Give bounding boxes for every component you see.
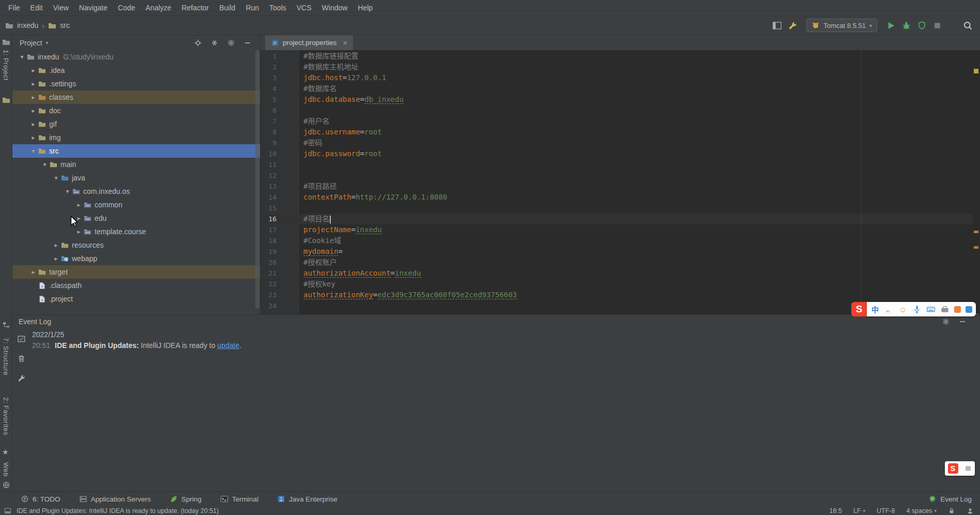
hector-inspections-icon[interactable] [967,507,974,514]
toolwindow-layout-icon[interactable] [772,21,782,31]
status-message[interactable]: IDE and Plugin Updates: IntelliJ IDEA is… [17,507,219,514]
tree-item-java[interactable]: ▾java [12,171,260,185]
stripe-structure-button[interactable]: 7: Structure [2,338,10,375]
encoding-select[interactable]: UTF-8 [877,507,895,514]
log-settings-wrench-icon[interactable] [17,374,26,383]
collapsed-arrow-icon[interactable]: ▸ [52,255,60,262]
collapse-all-icon[interactable] [210,39,219,47]
locate-file-icon[interactable] [194,39,202,47]
sogou-toolbox-icon[interactable] [940,305,950,314]
toolbar-button-6-todo[interactable]: 6: TODO [21,495,60,503]
menu-run[interactable]: Run [240,1,264,14]
tree-item-main[interactable]: ▾main [12,158,260,171]
web-globe-icon[interactable] [2,481,10,489]
event-log-title[interactable]: Event Log [19,317,51,326]
collapsed-arrow-icon[interactable]: ▸ [29,67,38,74]
event-log-settings-icon[interactable] [942,317,950,326]
project-tree-scrollbar[interactable] [255,50,259,309]
mark-all-read-icon[interactable] [17,335,26,343]
tree-item-target[interactable]: ▸target [12,265,260,279]
menu-analyze[interactable]: Analyze [141,1,177,14]
sogou-logo[interactable]: S [851,302,867,316]
tree-item-classes[interactable]: ▸classes [12,90,260,104]
collapsed-arrow-icon[interactable]: ▸ [29,94,38,101]
expanded-arrow-icon[interactable]: ▾ [18,53,26,60]
menu-build[interactable]: Build [214,1,240,14]
error-stripe-mark[interactable] [974,246,978,249]
toolbar-button-event-log[interactable]: Event Log [928,495,972,503]
error-stripe-mark[interactable] [974,69,978,73]
stop-button[interactable] [932,21,942,31]
sogou-mic-icon[interactable] [912,305,922,314]
stripe-project-button[interactable]: 1: Project [2,50,10,81]
tree-item-idea[interactable]: ▸.idea [12,64,260,77]
error-stripe-mark[interactable] [974,231,978,233]
toolbar-button-java-enterprise[interactable]: Java Enterprise [277,495,338,503]
sogou-punctuation-mode[interactable]: ，。 [884,305,894,314]
favorites-star-icon[interactable]: ★ [2,448,9,456]
sogou-keyboard-icon[interactable] [926,305,936,314]
settings-gear-icon[interactable] [227,39,235,47]
sogou-night-icon[interactable] [966,306,972,313]
tree-item-edu[interactable]: ▸edu [12,211,260,225]
close-tab-icon[interactable]: × [343,38,347,47]
tree-item-settings[interactable]: ▸.settings [12,77,260,90]
indent-select[interactable]: 4 spaces▾ [906,507,937,514]
readonly-lock-icon[interactable] [948,507,955,514]
menu-code[interactable]: Code [113,1,140,14]
menu-file[interactable]: File [3,1,25,14]
expanded-arrow-icon[interactable]: ▾ [40,161,49,168]
line-ending-select[interactable]: LF▾ [853,507,865,514]
error-stripe[interactable] [973,50,980,314]
editor[interactable]: 123456789101112131415161718192021222324 … [261,50,980,314]
sogou-language-mode[interactable]: 中 [870,305,880,314]
tree-item-common[interactable]: ▸common [12,198,260,211]
expanded-arrow-icon[interactable]: ▾ [63,188,72,195]
menu-view[interactable]: View [48,1,74,14]
clear-log-icon[interactable] [17,354,26,363]
run-button[interactable] [886,21,896,31]
debug-button[interactable] [901,21,911,31]
stripe-web-button[interactable]: Web [2,462,10,477]
coverage-button[interactable] [917,21,927,31]
tree-item-project[interactable]: .project [12,292,260,306]
menu-help[interactable]: Help [353,1,378,14]
search-everywhere-icon[interactable] [963,21,973,31]
tree-item-inxedu[interactable]: ▾inxeduG:\study\inxedu [12,50,260,64]
sogou-emoji-icon[interactable]: ☺ [898,305,908,314]
collapsed-arrow-icon[interactable]: ▸ [74,201,83,208]
tree-item-src[interactable]: ▾src [12,144,260,158]
toolbar-button-spring[interactable]: Spring [170,495,202,503]
menu-edit[interactable]: Edit [25,1,48,14]
menu-navigate[interactable]: Navigate [74,1,113,14]
project-stripe-icon[interactable] [2,38,10,47]
collapsed-arrow-icon[interactable]: ▸ [29,120,38,128]
expanded-arrow-icon[interactable]: ▾ [29,147,38,155]
breadcrumb-src[interactable]: src [48,21,70,29]
folder-stripe-icon[interactable] [2,96,10,104]
collapsed-arrow-icon[interactable]: ▸ [29,134,38,141]
build-wrench-icon[interactable] [788,21,798,31]
project-view-select[interactable]: Project ▾ [20,39,49,47]
sogou-logo[interactable]: S [948,463,958,474]
toolbar-button-application-servers[interactable]: Application Servers [79,495,151,503]
menu-window[interactable]: Window [317,1,353,14]
collapsed-arrow-icon[interactable]: ▸ [29,80,38,87]
tree-item-resources[interactable]: ▸resources [12,238,260,252]
run-configuration-select[interactable]: Tomcat 8.5.51 ▾ [806,19,877,32]
tree-item-doc[interactable]: ▸doc [12,104,260,117]
event-log-hide-icon[interactable] [958,317,967,326]
structure-stripe-icon[interactable] [2,321,10,329]
collapsed-arrow-icon[interactable]: ▸ [74,228,83,235]
tree-item-classpath[interactable]: .classpath [12,279,260,292]
tree-item-com-inxedu-os[interactable]: ▾com.inxedu.os [12,185,260,198]
menu-tools[interactable]: Tools [264,1,292,14]
collapsed-arrow-icon[interactable]: ▸ [29,268,38,276]
hide-toolwindow-icon[interactable] [243,39,252,47]
toolbar-button-terminal[interactable]: Terminal [220,495,258,503]
code-area[interactable]: #数据库链接配置#数据库主机地址jdbc.host=127.0.0.1#数据库名… [299,51,973,311]
breadcrumb-inxedu[interactable]: inxedu [5,21,38,29]
tree-item-img[interactable]: ▸img [12,131,260,144]
sogou-skin-icon[interactable] [954,306,961,313]
tree-item-webapp[interactable]: ▸webapp [12,252,260,265]
